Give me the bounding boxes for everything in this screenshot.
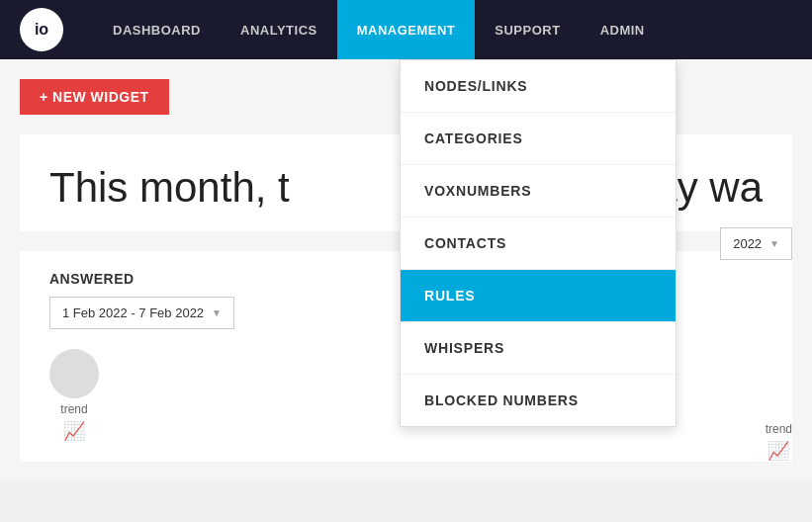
- chevron-down-icon-right: ▼: [769, 238, 779, 249]
- date-range-value: 1 Feb 2022 - 7 Feb 2022: [62, 305, 204, 320]
- dropdown-item-whispers[interactable]: WHISPERS: [401, 322, 676, 375]
- nav-management[interactable]: MANAGEMENT: [337, 0, 476, 59]
- stat-answered: trend 📈: [49, 349, 99, 442]
- dropdown-item-nodes-links[interactable]: NODES/LINKS: [401, 60, 676, 113]
- navbar: io DASHBOARD ANALYTICS MANAGEMENT SUPPOR…: [0, 0, 812, 59]
- nav-admin[interactable]: ADMIN: [581, 0, 665, 59]
- dropdown-item-blocked-numbers[interactable]: BLOCKED NUMBERS: [401, 375, 676, 426]
- logo[interactable]: io: [20, 8, 63, 51]
- new-widget-button[interactable]: + NEW WIDGET: [20, 79, 169, 115]
- date-range-right-value: 2022: [733, 236, 762, 251]
- dropdown-item-categories[interactable]: CATEGORIES: [401, 113, 676, 165]
- nav-support[interactable]: SUPPORT: [475, 0, 580, 59]
- chevron-down-icon: ▼: [212, 307, 222, 318]
- trend-circle-left: [49, 349, 99, 398]
- trend-label-left: trend: [60, 402, 87, 416]
- management-dropdown: NODES/LINKS CATEGORIES VOXNUMBERS CONTAC…: [400, 59, 677, 427]
- dropdown-item-voxnumbers[interactable]: VOXNUMBERS: [401, 165, 676, 218]
- trend-up-icon-left: 📈: [63, 420, 85, 442]
- date-range-dropdown-right[interactable]: 2022 ▼: [720, 227, 792, 260]
- hero-text-left: This month, t: [49, 164, 290, 212]
- dropdown-item-rules[interactable]: RULES: [401, 270, 676, 322]
- trend-label-right: trend: [766, 422, 792, 436]
- trend-up-icon-right: 📈: [767, 440, 789, 462]
- date-range-dropdown[interactable]: 1 Feb 2022 - 7 Feb 2022 ▼: [49, 297, 234, 329]
- dropdown-item-contacts[interactable]: CONTACTS: [401, 218, 676, 270]
- nav-analytics[interactable]: ANALYTICS: [221, 0, 337, 59]
- stat-trend-right: trend 📈: [766, 422, 792, 462]
- nav-dashboard[interactable]: DASHBOARD: [93, 0, 221, 59]
